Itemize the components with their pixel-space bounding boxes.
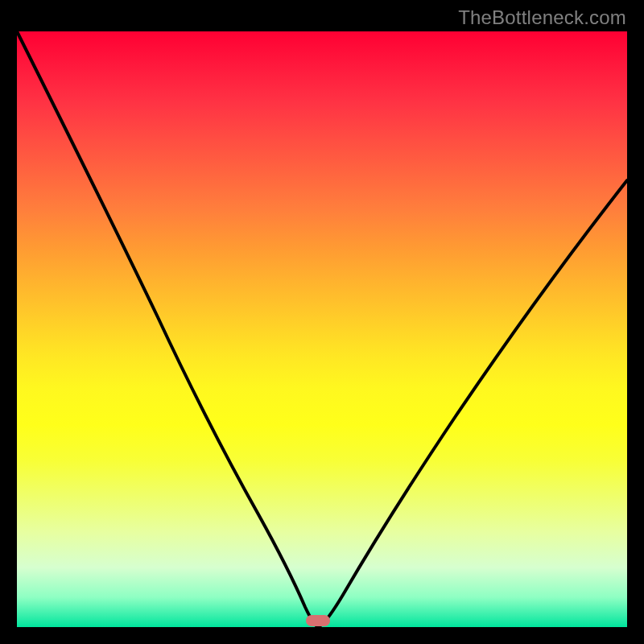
bottleneck-curve [17,31,627,627]
minimum-marker [306,615,330,626]
chart-frame: TheBottleneck.com [0,0,644,644]
attribution-text: TheBottleneck.com [458,6,626,29]
curve-left-branch [17,31,318,627]
curve-right-branch [318,180,627,627]
